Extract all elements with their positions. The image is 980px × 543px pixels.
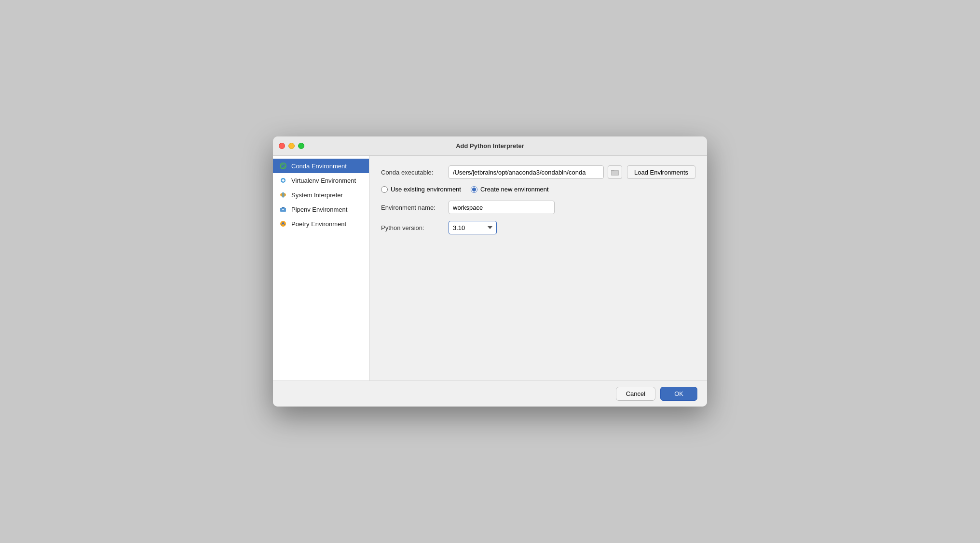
conda-path-input[interactable]	[449, 165, 604, 179]
sidebar-label-pipenv: Pipenv Environment	[291, 206, 347, 213]
svg-point-8	[282, 222, 284, 224]
close-button[interactable]	[279, 143, 285, 149]
dialog-body: Conda Environment Virtualenv Environment	[273, 156, 707, 380]
use-existing-radio[interactable]	[381, 186, 388, 193]
environment-name-input[interactable]	[449, 201, 555, 214]
python-version-select[interactable]: 3.10 3.9 3.8 3.7 3.6	[449, 221, 497, 234]
browse-button[interactable]	[608, 165, 622, 179]
environment-name-label: Environment name:	[381, 204, 444, 211]
conda-icon	[279, 162, 287, 170]
main-content: Conda executable: Load Environments	[369, 156, 707, 380]
load-environments-button[interactable]: Load Environments	[627, 165, 695, 179]
cancel-button[interactable]: Cancel	[616, 387, 655, 401]
svg-point-0	[280, 163, 286, 169]
python-version-label: Python version:	[381, 224, 444, 231]
sidebar-item-virtualenv[interactable]: Virtualenv Environment	[273, 173, 369, 188]
conda-executable-row: Conda executable: Load Environments	[381, 165, 695, 179]
svg-rect-6	[282, 207, 285, 208]
svg-point-4	[282, 192, 285, 198]
create-new-radio[interactable]	[471, 186, 477, 193]
sidebar-label-virtualenv: Virtualenv Environment	[291, 177, 356, 184]
create-new-option[interactable]: Create new environment	[471, 186, 549, 193]
traffic-lights	[279, 143, 304, 149]
conda-path-container	[449, 165, 622, 179]
sidebar-item-poetry[interactable]: Poetry Environment	[273, 217, 369, 231]
sidebar-item-conda[interactable]: Conda Environment	[273, 159, 369, 173]
maximize-button[interactable]	[298, 143, 304, 149]
title-bar: Add Python Interpreter	[273, 136, 707, 156]
sidebar-label-system: System Interpreter	[291, 191, 343, 199]
create-new-label: Create new environment	[480, 186, 549, 193]
ok-button[interactable]: OK	[660, 387, 697, 401]
python-version-row: Python version: 3.10 3.9 3.8 3.7 3.6	[381, 221, 695, 234]
dialog-title: Add Python Interpreter	[456, 142, 524, 149]
sidebar-item-system[interactable]: System Interpreter	[273, 188, 369, 202]
minimize-button[interactable]	[288, 143, 295, 149]
sidebar-label-poetry: Poetry Environment	[291, 220, 346, 228]
sidebar-item-pipenv[interactable]: Pipenv Environment	[273, 202, 369, 217]
add-python-interpreter-dialog: Add Python Interpreter Conda Environment	[273, 136, 707, 407]
sidebar: Conda Environment Virtualenv Environment	[273, 156, 369, 380]
svg-point-1	[282, 164, 285, 167]
environment-type-row: Use existing environment Create new envi…	[381, 186, 695, 193]
environment-name-row: Environment name:	[381, 201, 695, 214]
svg-rect-10	[612, 171, 618, 175]
conda-executable-label: Conda executable:	[381, 169, 444, 176]
sidebar-label-conda: Conda Environment	[291, 163, 347, 170]
dialog-footer: Cancel OK	[273, 380, 707, 407]
pipenv-icon	[279, 205, 287, 214]
use-existing-option[interactable]: Use existing environment	[381, 186, 461, 193]
virtualenv-icon	[279, 176, 287, 185]
use-existing-label: Use existing environment	[391, 186, 461, 193]
poetry-icon	[279, 219, 287, 228]
folder-icon	[611, 169, 619, 176]
system-icon	[279, 190, 287, 199]
